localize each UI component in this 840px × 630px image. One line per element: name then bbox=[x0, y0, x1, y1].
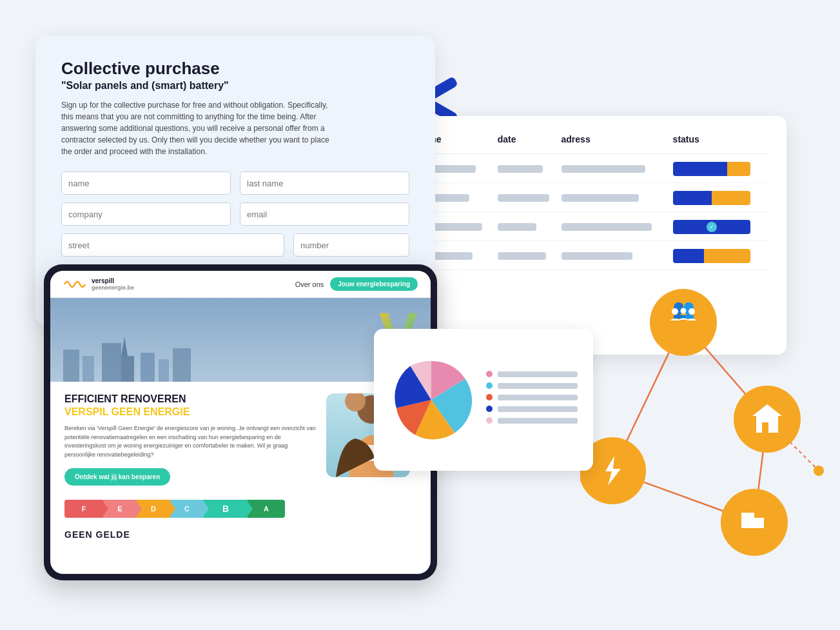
col-address: adress bbox=[562, 134, 673, 154]
status-bar bbox=[673, 191, 750, 205]
svg-rect-36 bbox=[63, 349, 79, 382]
energy-seg-a: A bbox=[248, 500, 285, 518]
col-date: date bbox=[498, 134, 562, 154]
number-input[interactable] bbox=[293, 233, 409, 257]
svg-rect-28 bbox=[748, 516, 750, 518]
energy-seg-b: B bbox=[204, 500, 248, 518]
name-input[interactable] bbox=[61, 172, 231, 195]
svg-point-16 bbox=[681, 308, 687, 314]
legend-item-3 bbox=[486, 394, 578, 400]
legend-dot-cyan bbox=[486, 382, 493, 389]
svg-rect-32 bbox=[757, 521, 760, 524]
date-bar bbox=[498, 252, 546, 260]
legend-bar-4 bbox=[498, 406, 578, 412]
legend-bar-5 bbox=[498, 418, 578, 424]
form-row-company bbox=[61, 202, 409, 226]
pie-legend bbox=[486, 371, 578, 429]
status-yellow bbox=[712, 191, 750, 205]
status-check-bar: ✓ bbox=[673, 220, 750, 234]
status-bar bbox=[673, 162, 750, 176]
status-yellow bbox=[704, 249, 750, 263]
status-blue bbox=[673, 249, 704, 263]
svg-rect-40 bbox=[121, 356, 134, 382]
lastname-input[interactable] bbox=[240, 172, 409, 195]
svg-rect-27 bbox=[743, 516, 746, 518]
form-row-name bbox=[61, 172, 409, 195]
status-yellow bbox=[727, 162, 750, 176]
legend-bar-1 bbox=[498, 371, 578, 377]
form-subtitle: "Solar panels and (smart) battery" bbox=[61, 80, 409, 92]
legend-item-5 bbox=[486, 417, 578, 424]
svg-rect-37 bbox=[83, 356, 94, 382]
legend-dot-red bbox=[486, 394, 493, 400]
svg-rect-41 bbox=[141, 353, 155, 382]
table-row bbox=[418, 241, 768, 270]
network-diagram: 👥 bbox=[580, 271, 832, 593]
form-row-street bbox=[61, 233, 409, 257]
svg-rect-30 bbox=[748, 521, 750, 524]
legend-item-1 bbox=[486, 371, 578, 377]
logo-line2: geenenergie.be bbox=[92, 284, 134, 291]
legend-bar-3 bbox=[498, 395, 578, 400]
address-bar bbox=[562, 194, 639, 202]
status-bar bbox=[673, 249, 750, 263]
svg-rect-31 bbox=[753, 521, 756, 524]
svg-point-15 bbox=[672, 308, 678, 315]
date-bar bbox=[498, 223, 536, 231]
tablet-logo: verspill geenenergie.be bbox=[63, 277, 134, 291]
legend-item-2 bbox=[486, 382, 578, 389]
tablet-nav: verspill geenenergie.be Over ons Jouw en… bbox=[50, 271, 431, 298]
verspil-title: VERSPIL GEEN ENERGIE bbox=[64, 406, 317, 418]
form-description: Sign up for the collective purchase for … bbox=[61, 99, 338, 157]
date-bar bbox=[498, 165, 543, 173]
status-blue bbox=[673, 162, 727, 176]
efficient-title: EFFICIENT RENOVEREN bbox=[64, 393, 317, 405]
svg-point-17 bbox=[689, 308, 695, 315]
svg-rect-42 bbox=[159, 359, 169, 382]
svg-rect-35 bbox=[747, 526, 752, 528]
check-circle: ✓ bbox=[707, 222, 717, 232]
table-row bbox=[418, 154, 768, 183]
pie-chart-card bbox=[374, 329, 593, 471]
address-bar bbox=[562, 252, 632, 260]
address-bar bbox=[562, 223, 652, 231]
svg-rect-21 bbox=[762, 422, 768, 433]
footer-text: GEEN GELDE bbox=[50, 529, 431, 540]
status-blue bbox=[673, 191, 712, 205]
street-input[interactable] bbox=[61, 233, 284, 257]
tablet-nav-links: Over ons Jouw energiebesparing bbox=[295, 277, 418, 291]
form-title: Collective purchase bbox=[61, 59, 409, 79]
svg-marker-39 bbox=[121, 337, 128, 356]
energy-bar: F E D C B A bbox=[64, 500, 317, 518]
legend-bar-2 bbox=[498, 383, 578, 389]
svg-rect-34 bbox=[757, 526, 760, 528]
col-status: status bbox=[673, 134, 768, 154]
legend-dot-blue bbox=[486, 406, 493, 412]
logo-line1: verspill bbox=[92, 277, 134, 284]
tablet-desc: Bereken via 'Verspill Geen Energie' de e… bbox=[64, 424, 317, 459]
logo-wave-icon bbox=[63, 278, 86, 291]
table-row: ✓ bbox=[418, 212, 768, 241]
discover-button[interactable]: Ontdek wat jij kan besparen bbox=[64, 468, 170, 486]
energy-seg-f: F bbox=[64, 500, 103, 518]
legend-item-4 bbox=[486, 406, 578, 412]
address-bar bbox=[562, 165, 645, 173]
tablet-text-col: EFFICIENT RENOVEREN VERSPIL GEEN ENERGIE… bbox=[64, 393, 317, 518]
svg-rect-33 bbox=[753, 526, 756, 528]
svg-rect-29 bbox=[743, 521, 746, 524]
email-input[interactable] bbox=[240, 202, 409, 226]
date-bar bbox=[498, 194, 549, 202]
svg-point-12 bbox=[814, 466, 824, 476]
nav-btn-energy[interactable]: Jouw energiebesparing bbox=[330, 277, 418, 291]
svg-rect-43 bbox=[173, 348, 191, 382]
legend-dot-lightpink bbox=[486, 417, 493, 424]
company-input[interactable] bbox=[61, 202, 231, 226]
svg-rect-38 bbox=[102, 343, 121, 382]
table-row bbox=[418, 183, 768, 212]
legend-dot-pink bbox=[486, 371, 493, 377]
nav-link-over[interactable]: Over ons bbox=[295, 281, 324, 288]
pie-chart bbox=[389, 358, 473, 442]
